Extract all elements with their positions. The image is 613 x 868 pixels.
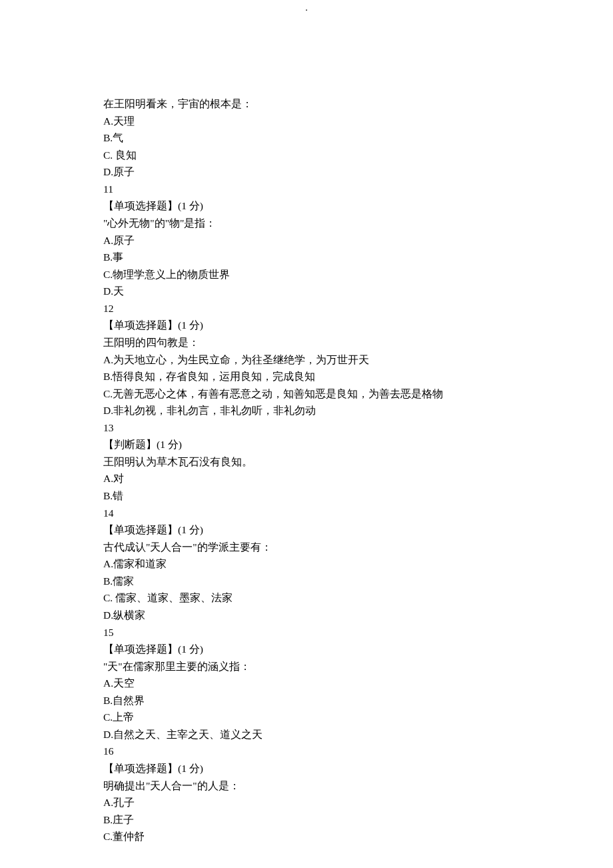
question-type-label: 【判断题】(1 分) — [103, 436, 510, 453]
option: C.上帝 — [103, 709, 510, 726]
question-stem: 王阳明的四句教是： — [103, 334, 510, 351]
option: B.事 — [103, 249, 510, 266]
question-number: 12 — [103, 300, 510, 317]
option: C. 良知 — [103, 147, 510, 164]
question-stem: 明确提出"天人合一"的人是： — [103, 777, 510, 795]
option: A.儒家和道家 — [103, 555, 510, 573]
question-type-label: 【单项选择题】(1 分) — [103, 641, 510, 658]
question-number: 16 — [103, 743, 510, 760]
top-marker: . — [0, 0, 613, 15]
option: D.非礼勿视，非礼勿言，非礼勿听，非礼勿动 — [103, 402, 510, 419]
question-stem: 在王阳明看来，宇宙的根本是： — [103, 95, 510, 113]
question-type-label: 【单项选择题】(1 分) — [103, 760, 510, 777]
question-type-label: 【单项选择题】(1 分) — [103, 521, 510, 539]
option: A.孔子 — [103, 794, 510, 811]
question-stem: "天"在儒家那里主要的涵义指： — [103, 658, 510, 675]
option: B.错 — [103, 487, 510, 505]
option: D.原子 — [103, 163, 510, 181]
option: C. 儒家、道家、墨家、法家 — [103, 589, 510, 607]
question-number: 11 — [103, 181, 510, 198]
question-number: 15 — [103, 624, 510, 641]
option: C.物理学意义上的物质世界 — [103, 266, 510, 283]
option: B.悟得良知，存省良知，运用良知，完成良知 — [103, 368, 510, 385]
option: D.天 — [103, 283, 510, 300]
question-number: 13 — [103, 419, 510, 437]
option: D.自然之天、主宰之天、道义之天 — [103, 726, 510, 743]
option: C.无善无恶心之体，有善有恶意之动，知善知恶是良知，为善去恶是格物 — [103, 385, 510, 403]
option: A.为天地立心，为生民立命，为往圣继绝学，为万世开天 — [103, 351, 510, 369]
option: B.自然界 — [103, 692, 510, 709]
question-stem: "心外无物"的"物"是指： — [103, 215, 510, 232]
question-stem: 王阳明认为草木瓦石没有良知。 — [103, 453, 510, 471]
question-type-label: 【单项选择题】(1 分) — [103, 317, 510, 334]
option: A.天空 — [103, 675, 510, 692]
question-type-label: 【单项选择题】(1 分) — [103, 197, 510, 215]
option: C.董仲舒 — [103, 828, 510, 845]
question-stem: 古代成认"天人合一"的学派主要有： — [103, 539, 510, 556]
option: A.对 — [103, 470, 510, 487]
option: B.气 — [103, 129, 510, 147]
option: D.纵横家 — [103, 607, 510, 624]
option: A.原子 — [103, 232, 510, 249]
option: A.天理 — [103, 113, 510, 130]
question-number: 14 — [103, 505, 510, 522]
option: B.庄子 — [103, 811, 510, 829]
option: B.儒家 — [103, 573, 510, 590]
page-content: 在王阳明看来，宇宙的根本是： A.天理 B.气 C. 良知 D.原子 11 【单… — [0, 19, 613, 868]
